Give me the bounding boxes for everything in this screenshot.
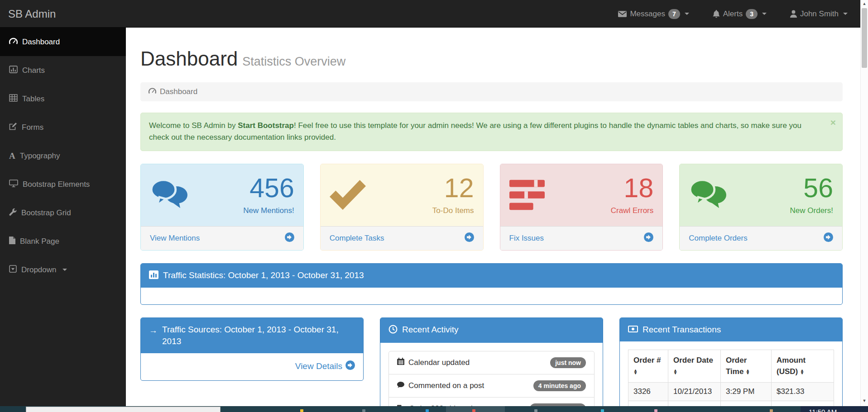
taskbar-app-icon[interactable] [362,409,365,412]
stat-panel-todo: 12 To-Do Items Complete Tasks [320,164,484,251]
sort-icon[interactable] [801,369,803,374]
tasks-icon [509,180,545,210]
top-navbar: SB Admin Messages 7 Alerts 3 John Smith [0,0,860,28]
stat-action-link[interactable]: Complete Tasks [330,234,384,243]
activity-label: Calendar updated [408,358,470,367]
os-taskbar[interactable]: 11:50 AM [0,406,868,412]
stat-panel-mentions: 456 New Mentions! View Mentions [140,164,304,251]
cell-amount: $321.33 [772,382,834,401]
chevron-down-icon [62,269,67,271]
breadcrumb-item: Dashboard [160,87,197,96]
money-icon [628,324,638,336]
sidebar-item-dropdown[interactable]: Dropdown [0,256,126,284]
taskbar-app-icon[interactable] [654,409,657,412]
activity-time-badge: 4 minutes ago [533,380,586,391]
sidebar-item-blank-page[interactable]: Blank Page [0,227,126,256]
sort-icon[interactable] [634,369,637,374]
panel-title: Recent Activity [402,324,459,336]
alerts-dropdown[interactable]: Alerts 3 [713,9,767,19]
comments-icon [150,178,190,212]
stat-panel-footer[interactable]: Complete Tasks [321,226,483,250]
sidebar-item-label: Forms [22,123,43,132]
messages-dropdown[interactable]: Messages 7 [618,9,689,19]
taskbar-app-icon[interactable] [426,409,429,412]
arrow-circle-right-icon [824,232,833,244]
user-dropdown[interactable]: John Smith [790,9,848,19]
view-details-link[interactable]: View Details [295,360,355,372]
stat-panels-row: 456 New Mentions! View Mentions 12 To-Do… [140,164,843,251]
calendar-icon [397,358,404,367]
stat-panel-footer[interactable]: View Mentions [141,226,303,250]
bell-icon [713,10,720,18]
scroll-up-arrow-icon[interactable]: ▲ [861,0,868,7]
bottom-panels-row: → Traffic Sources: October 1, 2013 - Oct… [140,317,843,412]
stat-panel-footer[interactable]: Complete Orders [680,226,842,250]
panel-title: Recent Transactions [643,324,721,336]
font-icon: A [9,152,15,160]
taskbar-app-icon[interactable] [601,409,604,412]
arrow-circle-right-icon [644,232,653,244]
column-header-amount[interactable]: Amount (USD) [772,350,834,382]
sort-icon[interactable] [674,369,676,374]
sort-icon[interactable] [747,369,749,374]
app-brand[interactable]: SB Admin [8,0,56,28]
user-name: John Smith [800,9,839,19]
traffic-sources-body: View Details [141,353,363,380]
sidebar-item-bootstrap-grid[interactable]: Bootstrap Grid [0,199,126,227]
long-arrow-right-icon: → [149,325,158,336]
chevron-down-icon [843,13,848,15]
list-item[interactable]: Commented on a post 4 minutes ago [389,374,594,397]
traffic-statistics-panel: Traffic Statistics: October 1, 2013 - Oc… [140,263,843,305]
panel-title: Traffic Sources: October 1, 2013 - Octob… [162,324,355,347]
sidebar-item-forms[interactable]: Forms [0,113,126,142]
view-details-label: View Details [295,361,342,371]
taskbar-active-app[interactable] [446,406,505,412]
alert-text: Welcome to SB Admin by [149,121,238,130]
recent-activity-panel: Recent Activity Calendar updated just no… [380,317,603,412]
main-content: DashboardStatistics Overview Dashboard ×… [126,28,860,412]
vertical-scrollbar[interactable]: ▲ ▼ [860,0,868,406]
chevron-down-icon [685,13,689,15]
gauge-icon [149,87,156,96]
taskbar-app-icon[interactable] [300,409,303,412]
column-header-order[interactable]: Order # [628,350,668,382]
gauge-icon [9,37,18,47]
chevron-down-icon [762,13,767,15]
taskbar-app-icon[interactable] [472,409,475,412]
stat-value-block: 18 Crawl Errors [611,175,653,215]
close-icon[interactable]: × [830,118,836,127]
scrollbar-thumb[interactable] [862,8,867,68]
sidebar-nav: Dashboard Charts Tables Forms A Typograp… [0,28,126,406]
stat-value: 12 [432,175,474,202]
recent-transactions-panel: Recent Transactions Order # Order Date O… [619,317,843,412]
sidebar-item-tables[interactable]: Tables [0,85,126,113]
stat-action-link[interactable]: Complete Orders [689,234,747,243]
start-button-area[interactable] [0,406,26,412]
stat-action-link[interactable]: Fix Issues [509,234,544,243]
cell-time: 3:29 PM [721,382,772,401]
sidebar-item-typography[interactable]: A Typography [0,142,126,170]
sidebar-item-dashboard[interactable]: Dashboard [0,28,126,56]
sidebar-item-bootstrap-elements[interactable]: Bootstrap Elements [0,170,126,199]
stat-label: New Mentions! [243,206,294,215]
cell-order: 3326 [628,382,668,401]
list-item[interactable]: Calendar updated just now [389,351,594,374]
stat-action-link[interactable]: View Mentions [150,234,200,243]
column-header-order-date[interactable]: Order Date [668,350,721,382]
scroll-down-arrow-icon[interactable]: ▼ [861,397,868,404]
taskbar-app-icon[interactable] [534,409,537,412]
traffic-sources-panel: → Traffic Sources: October 1, 2013 - Oct… [140,317,364,380]
envelope-icon [618,11,627,17]
column-header-order-time[interactable]: Order Time [721,350,772,382]
sidebar-item-label: Typography [20,152,60,161]
panel-title: Traffic Statistics: October 1, 2013 - Oc… [163,270,364,281]
stat-panel-header: 12 To-Do Items [321,164,483,226]
sidebar-item-charts[interactable]: Charts [0,56,126,85]
taskbar-search-box[interactable] [26,407,221,412]
desktop-icon [9,180,18,189]
sidebar-item-label: Tables [22,95,44,104]
sidebar-item-label: Charts [22,66,45,75]
taskbar-app-icon[interactable] [770,409,773,412]
traffic-statistics-body [141,288,842,304]
stat-panel-footer[interactable]: Fix Issues [500,226,663,250]
